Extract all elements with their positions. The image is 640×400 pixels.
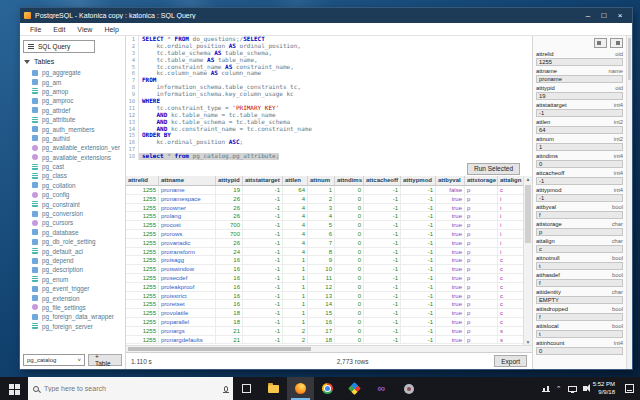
table-row[interactable]: 1255pronargdefaults21-12180-1-1truepstru: [126, 336, 523, 345]
table-row[interactable]: 1255proowner26-1430-1-1truepitru: [126, 204, 523, 213]
export-button[interactable]: Export: [494, 355, 527, 367]
search-input[interactable]: [44, 385, 219, 392]
previous-record-button[interactable]: [594, 38, 607, 48]
grid-horizontal-scrollbar[interactable]: [126, 345, 532, 352]
column-header-attalign[interactable]: attalign: [498, 176, 523, 186]
sidebar-item-pg_depend[interactable]: pg_depend: [23, 256, 122, 265]
column-header-attcacheoff[interactable]: attcacheoff: [364, 176, 401, 186]
table-row[interactable]: 1255provariadic26-1470-1-1truepitru: [126, 239, 523, 248]
title-bar[interactable]: PostgreSQL - Katonica copy : katonica : …: [20, 8, 632, 23]
inspector-scroll-thumb[interactable]: [628, 38, 631, 80]
field-value-input[interactable]: proname: [536, 75, 623, 83]
field-value-input[interactable]: f: [536, 211, 623, 219]
sidebar-item-pg_file_settings[interactable]: pg_file_settings: [23, 303, 122, 312]
table-row[interactable]: 1255protransform24-1480-1-1truepitru: [126, 248, 523, 257]
sidebar-item-pg_foreign_data_wrapper[interactable]: pg_foreign_data_wrapper: [23, 312, 122, 321]
column-header-attstorage[interactable]: attstorage: [465, 176, 498, 186]
sidebar-item-pg_database[interactable]: pg_database: [23, 228, 122, 237]
column-header-attbyval[interactable]: attbyval: [436, 176, 465, 186]
sidebar-item-pg_constraint[interactable]: pg_constraint: [23, 199, 122, 208]
run-selected-button[interactable]: Run Selected: [467, 163, 520, 175]
table-row[interactable]: 1255proretset16-11140-1-1truepctru: [126, 300, 523, 309]
sidebar-item-pg_authid[interactable]: pg_authid: [23, 134, 122, 143]
menu-item-view[interactable]: View: [71, 26, 98, 33]
table-row[interactable]: 1255proiswindow16-11100-1-1truepctru: [126, 265, 523, 274]
table-row[interactable]: 1255procost700-1450-1-1truepitru: [126, 221, 523, 230]
column-header-attnum[interactable]: attnum: [308, 176, 335, 186]
sidebar-item-pg_aggregate[interactable]: pg_aggregate: [23, 68, 122, 77]
field-value-input[interactable]: 0: [536, 347, 623, 355]
sidebar-item-pg_enum[interactable]: pg_enum: [23, 275, 122, 284]
next-record-button[interactable]: [610, 38, 623, 48]
volume-icon[interactable]: [583, 386, 587, 391]
sidebar-item-pg_class[interactable]: pg_class: [23, 171, 122, 180]
table-row[interactable]: 1255prosecdef16-11110-1-1truepctru: [126, 274, 523, 283]
sidebar-item-pg_conversion[interactable]: pg_conversion: [23, 209, 122, 218]
taskbar-app-diamond-app[interactable]: [341, 377, 368, 400]
sidebar-item-pg_cast[interactable]: pg_cast: [23, 162, 122, 171]
action-center-icon[interactable]: [625, 384, 634, 393]
table-row[interactable]: 1255proleakproof16-11120-1-1truepctru: [126, 283, 523, 292]
sidebar-item-pg_available_extensions[interactable]: pg_available_extensions: [23, 153, 122, 162]
field-value-input[interactable]: f: [536, 279, 623, 287]
field-value-input[interactable]: 0: [536, 160, 623, 168]
table-row[interactable]: 1255pronargs21-12170-1-1truepstru: [126, 327, 523, 336]
sidebar-item-pg_am[interactable]: pg_am: [23, 77, 122, 86]
sql-query-tab[interactable]: SQL Query: [23, 40, 95, 53]
table-row[interactable]: 1255provolatile18-11150-1-1truepctru: [126, 309, 523, 318]
start-button[interactable]: [0, 377, 28, 400]
sidebar-item-pg_collation[interactable]: pg_collation: [23, 181, 122, 190]
sidebar-item-pg_foreign_server[interactable]: pg_foreign_server: [23, 322, 122, 331]
table-row[interactable]: 1255proname19-16410-1-1falsepctru: [126, 186, 523, 195]
field-value-input[interactable]: p: [536, 228, 623, 236]
grid-vscroll-thumb[interactable]: [525, 185, 531, 243]
column-header-attlen[interactable]: attlen: [283, 176, 308, 186]
table-row[interactable]: 1255proparallel18-11160-1-1truepctru: [126, 318, 523, 327]
taskbar-app-task-view[interactable]: [233, 377, 260, 400]
table-row[interactable]: 1255proisstrict16-11130-1-1truepctru: [126, 292, 523, 301]
field-value-input[interactable]: c: [536, 245, 623, 253]
add-table-button[interactable]: + Table: [88, 354, 122, 366]
taskbar-app-file-explorer[interactable]: [260, 377, 287, 400]
field-value-input[interactable]: EMPTY: [536, 296, 623, 304]
field-value-input[interactable]: -1: [536, 109, 623, 117]
column-header-atttypid[interactable]: atttypid: [216, 176, 243, 186]
sidebar-item-pg_description[interactable]: pg_description: [23, 265, 122, 274]
network-icon[interactable]: [568, 386, 577, 392]
taskbar-clock[interactable]: 5:52 PM 9/9/18: [593, 381, 615, 396]
field-value-input[interactable]: t: [536, 262, 623, 270]
taskbar-app-chrome[interactable]: [314, 377, 341, 400]
sidebar-item-pg_amproc[interactable]: pg_amproc: [23, 96, 122, 105]
field-value-input[interactable]: f: [536, 313, 623, 321]
scroll-up-arrow-icon[interactable]: ▲: [524, 176, 532, 182]
column-header-atttypmod[interactable]: atttypmod: [401, 176, 436, 186]
inspector-scrollbar[interactable]: [626, 36, 632, 369]
field-value-input[interactable]: -1: [536, 177, 623, 185]
hidden-icons-chevron-icon[interactable]: ⌃: [556, 385, 562, 392]
field-value-input[interactable]: 1: [536, 143, 623, 151]
column-header-attrelid[interactable]: attrelid: [126, 176, 159, 186]
menu-item-help[interactable]: Help: [98, 26, 124, 33]
close-button[interactable]: ×: [612, 8, 628, 23]
field-value-input[interactable]: 1255: [536, 58, 623, 66]
field-value-input[interactable]: t: [536, 330, 623, 338]
sidebar-item-pg_cursors[interactable]: pg_cursors: [23, 218, 122, 227]
tables-tree-root[interactable]: Tables: [24, 58, 122, 65]
field-value-input[interactable]: -1: [536, 194, 623, 202]
schema-select[interactable]: pg_catalog ˅: [23, 354, 85, 366]
sidebar-item-pg_config[interactable]: pg_config: [23, 190, 122, 199]
sidebar-item-pg_attribute[interactable]: pg_attribute: [23, 115, 122, 124]
grid-vertical-scrollbar[interactable]: ▲ ▼: [523, 176, 532, 345]
sidebar-item-pg_available_extension_ver[interactable]: pg_available_extension_ver: [23, 143, 122, 152]
menu-item-file[interactable]: File: [24, 26, 47, 33]
table-row[interactable]: 1255pronamespace26-1420-1-1truepitru: [126, 195, 523, 204]
sidebar-item-pg_amop[interactable]: pg_amop: [23, 87, 122, 96]
column-header-attndims[interactable]: attndims: [335, 176, 364, 186]
menu-item-edit[interactable]: Edit: [47, 26, 71, 33]
sidebar-item-pg_default_acl[interactable]: pg_default_acl: [23, 246, 122, 255]
taskbar-app-misc-app[interactable]: [395, 377, 422, 400]
maximize-button[interactable]: □: [596, 8, 612, 23]
sidebar-item-pg_event_trigger[interactable]: pg_event_trigger: [23, 284, 122, 293]
sql-editor[interactable]: 1SELECT * FROM do_questions;/SELECT2 kc.…: [126, 36, 532, 161]
table-row[interactable]: 1255proisagg16-1190-1-1truepctru: [126, 256, 523, 265]
